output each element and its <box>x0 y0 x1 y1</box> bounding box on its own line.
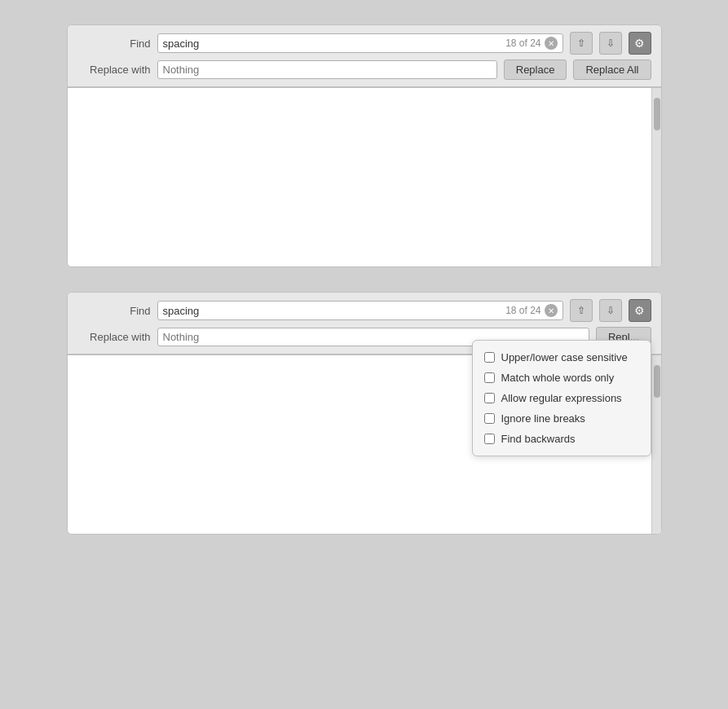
options-button-1[interactable]: ⚙ <box>629 32 651 55</box>
clear-find-button-2[interactable]: ✕ <box>545 304 558 317</box>
replace-all-button-1[interactable]: Replace All <box>573 59 651 80</box>
checkbox-case-sensitive[interactable] <box>484 352 495 363</box>
dropdown-label-find-backwards: Find backwards <box>501 433 576 445</box>
gear-area-2: ⚙ Upper/lower case sensitive Match whole… <box>629 299 651 322</box>
checkbox-regex[interactable] <box>484 393 495 403</box>
find-replace-panel-1: Find 18 of 24 ✕ ⇧ ⇩ ⚙ Replace with Repla… <box>67 24 662 267</box>
dropdown-item-find-backwards[interactable]: Find backwards <box>473 429 651 449</box>
find-replace-bar-2: Find 18 of 24 ✕ ⇧ ⇩ ⚙ Upper/lower case s… <box>68 293 661 354</box>
content-area-1 <box>68 87 661 266</box>
scrollbar-2[interactable] <box>651 355 661 534</box>
checkbox-whole-words[interactable] <box>484 372 495 383</box>
find-input-1[interactable] <box>163 37 506 50</box>
replace-row-1: Replace with Replace Replace All <box>77 59 651 80</box>
replace-input-1[interactable] <box>163 64 492 76</box>
find-row-1: Find 18 of 24 ✕ ⇧ ⇩ ⚙ <box>77 32 651 55</box>
find-input-2[interactable] <box>163 305 506 317</box>
find-replace-panel-2: Find 18 of 24 ✕ ⇧ ⇩ ⚙ Upper/lower case s… <box>67 292 662 535</box>
dropdown-item-case-sensitive[interactable]: Upper/lower case sensitive <box>473 347 651 368</box>
find-label-1: Find <box>77 37 151 50</box>
find-count-2: 18 of 24 <box>505 305 540 316</box>
checkbox-find-backwards[interactable] <box>484 434 495 444</box>
prev-match-button-1[interactable]: ⇧ <box>570 32 593 55</box>
next-match-button-2[interactable]: ⇩ <box>599 299 622 322</box>
replace-button-1[interactable]: Replace <box>504 59 567 80</box>
prev-match-button-2[interactable]: ⇧ <box>570 299 593 322</box>
find-input-wrapper-2: 18 of 24 ✕ <box>157 301 563 320</box>
checkbox-line-breaks[interactable] <box>484 413 495 424</box>
dropdown-label-whole-words: Match whole words only <box>501 372 615 384</box>
dropdown-label-line-breaks: Ignore line breaks <box>501 412 585 425</box>
dropdown-item-regex[interactable]: Allow regular expressions <box>473 388 651 408</box>
dropdown-label-case-sensitive: Upper/lower case sensitive <box>501 351 628 363</box>
clear-find-button-1[interactable]: ✕ <box>545 37 558 50</box>
replace-label-1: Replace with <box>77 64 151 76</box>
replace-input-wrapper-1 <box>157 60 497 79</box>
find-row-2: Find 18 of 24 ✕ ⇧ ⇩ ⚙ Upper/lower case s… <box>77 299 651 322</box>
find-label-2: Find <box>77 305 151 317</box>
replace-label-2: Replace with <box>77 331 151 343</box>
scrollbar-thumb-1 <box>654 98 660 130</box>
find-replace-bar-1: Find 18 of 24 ✕ ⇧ ⇩ ⚙ Replace with Repla… <box>68 25 661 87</box>
dropdown-item-line-breaks[interactable]: Ignore line breaks <box>473 408 651 429</box>
find-input-wrapper-1: 18 of 24 ✕ <box>157 33 563 53</box>
dropdown-label-regex: Allow regular expressions <box>501 392 622 404</box>
scrollbar-thumb-2 <box>654 365 660 398</box>
dropdown-item-whole-words[interactable]: Match whole words only <box>473 368 651 388</box>
next-match-button-1[interactable]: ⇩ <box>599 32 622 55</box>
options-button-2[interactable]: ⚙ <box>629 299 651 322</box>
find-count-1: 18 of 24 <box>505 37 540 49</box>
options-dropdown-2: Upper/lower case sensitive Match whole w… <box>472 340 651 456</box>
scrollbar-1[interactable] <box>651 88 661 266</box>
